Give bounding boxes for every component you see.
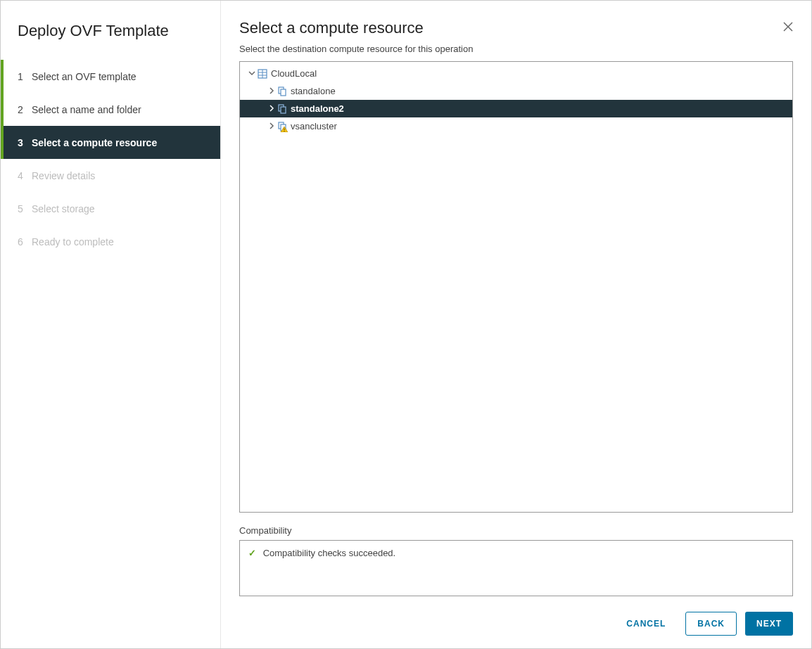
tree-row-cluster-warning[interactable]: vsancluster: [240, 117, 792, 135]
wizard-sidebar: Deploy OVF Template 1 Select an OVF temp…: [1, 1, 221, 648]
wizard-title: Deploy OVF Template: [1, 18, 220, 57]
step-select-storage: 5 Select storage: [1, 192, 220, 225]
close-icon[interactable]: [775, 18, 793, 38]
chevron-down-icon[interactable]: [247, 70, 257, 78]
svg-point-14: [284, 130, 284, 131]
compatibility-box: ✓ Compatibility checks succeeded.: [239, 540, 793, 596]
tree-node-label: standalone: [291, 86, 336, 96]
tree-node-label: vsancluster: [291, 121, 337, 131]
main-header: Select a compute resource: [239, 18, 793, 38]
tree-node-label: CloudLocal: [271, 68, 317, 79]
back-button[interactable]: BACK: [685, 612, 737, 636]
compatibility-label: Compatibility: [239, 525, 793, 536]
step-ready-complete: 6 Ready to complete: [1, 225, 220, 258]
wizard-footer: CANCEL BACK NEXT: [239, 612, 793, 636]
cluster-icon: [277, 103, 288, 115]
wizard-steps: 1 Select an OVF template 2 Select a name…: [1, 60, 220, 258]
chevron-right-icon[interactable]: [267, 105, 277, 113]
next-button[interactable]: NEXT: [745, 612, 793, 636]
wizard-main: Select a compute resource Select the des…: [221, 1, 811, 648]
tree-row-cluster[interactable]: standalone: [240, 82, 792, 100]
tree-row-datacenter[interactable]: CloudLocal: [240, 65, 792, 82]
page-title: Select a compute resource: [239, 19, 775, 37]
compute-resource-tree[interactable]: CloudLocal standalone standalone2: [239, 61, 793, 513]
page-subtitle: Select the destination compute resource …: [239, 44, 793, 54]
step-select-compute[interactable]: 3 Select a compute resource: [1, 126, 220, 159]
cancel-button[interactable]: CANCEL: [615, 612, 677, 636]
svg-rect-9: [281, 107, 286, 113]
check-icon: ✓: [248, 548, 256, 558]
datacenter-icon: [257, 68, 268, 79]
tree-row-cluster-selected[interactable]: standalone2: [240, 100, 792, 117]
step-select-name-folder[interactable]: 2 Select a name and folder: [1, 93, 220, 126]
compatibility-message: Compatibility checks succeeded.: [263, 548, 396, 558]
chevron-right-icon[interactable]: [267, 122, 277, 131]
step-review-details: 4 Review details: [1, 159, 220, 192]
deploy-ovf-dialog: Deploy OVF Template 1 Select an OVF temp…: [0, 0, 812, 649]
tree-node-label: standalone2: [291, 103, 344, 114]
step-select-ovf[interactable]: 1 Select an OVF template: [1, 60, 220, 93]
cluster-icon: [277, 86, 288, 97]
svg-rect-7: [281, 89, 286, 96]
cluster-warning-icon: [277, 121, 288, 132]
chevron-right-icon[interactable]: [267, 87, 277, 96]
